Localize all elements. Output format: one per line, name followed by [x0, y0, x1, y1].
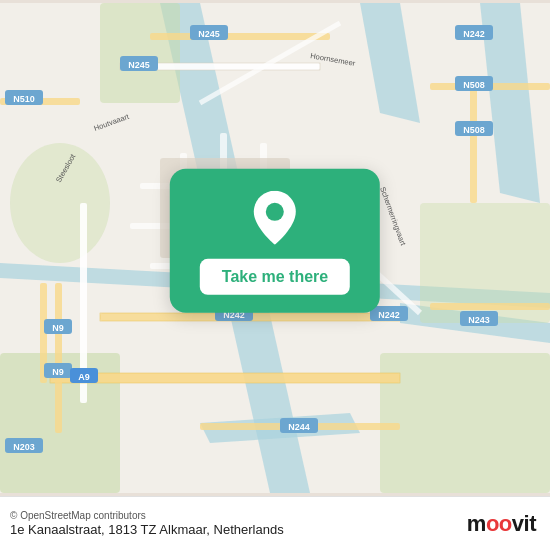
- address-label: 1e Kanaalstraat, 1813 TZ Alkmaar, Nether…: [10, 522, 284, 537]
- svg-rect-26: [470, 83, 477, 203]
- svg-rect-20: [55, 283, 62, 433]
- footer-info: © OpenStreetMap contributors 1e Kanaalst…: [10, 510, 284, 537]
- svg-text:N244: N244: [288, 422, 310, 432]
- svg-rect-22: [430, 303, 550, 310]
- svg-text:N508: N508: [463, 125, 485, 135]
- svg-rect-8: [380, 353, 550, 493]
- svg-text:N508: N508: [463, 80, 485, 90]
- moovit-text: moovit: [467, 511, 536, 537]
- svg-point-11: [10, 143, 110, 263]
- map-area: N510 N245 N245 N242 N242 N244 N9 N9 A9: [0, 0, 550, 496]
- pin-icon: [253, 191, 297, 245]
- svg-rect-9: [100, 3, 180, 103]
- take-me-there-button[interactable]: Take me there: [200, 259, 350, 295]
- svg-text:N9: N9: [52, 367, 64, 377]
- svg-text:N243: N243: [468, 315, 490, 325]
- moovit-logo: moovit: [467, 511, 536, 537]
- svg-text:A9: A9: [78, 372, 90, 382]
- svg-text:N245: N245: [198, 29, 220, 39]
- svg-rect-24: [150, 33, 330, 40]
- location-card: Take me there: [170, 169, 380, 313]
- svg-text:N242: N242: [378, 310, 400, 320]
- osm-attribution: © OpenStreetMap contributors: [10, 510, 284, 521]
- svg-rect-15: [50, 373, 400, 383]
- svg-text:N9: N9: [52, 323, 64, 333]
- app-container: N510 N245 N245 N242 N242 N244 N9 N9 A9: [0, 0, 550, 550]
- svg-point-70: [266, 203, 284, 221]
- svg-text:N510: N510: [13, 94, 35, 104]
- footer: © OpenStreetMap contributors 1e Kanaalst…: [0, 496, 550, 550]
- svg-text:N242: N242: [463, 29, 485, 39]
- svg-text:N203: N203: [13, 442, 35, 452]
- svg-text:N245: N245: [128, 60, 150, 70]
